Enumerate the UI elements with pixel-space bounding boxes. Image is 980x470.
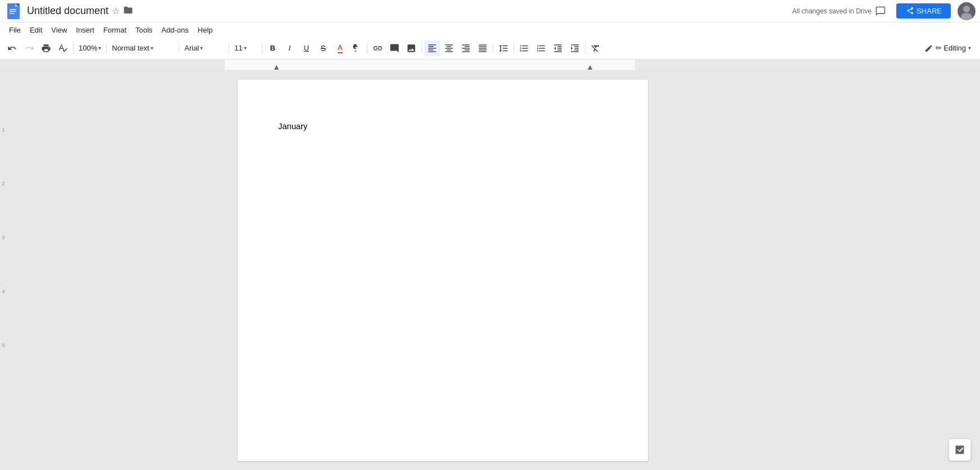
unordered-list-button[interactable] [533, 40, 549, 56]
sep3 [179, 43, 179, 54]
star-icon[interactable]: ☆ [112, 6, 120, 16]
increase-indent-button[interactable] [567, 40, 583, 56]
style-label: Normal text [112, 44, 149, 52]
svg-text:5: 5 [2, 343, 4, 348]
svg-rect-5 [10, 13, 14, 14]
menu-insert[interactable]: Insert [71, 24, 99, 36]
header-right: SHARE [872, 2, 976, 20]
share-button[interactable]: SHARE [896, 3, 951, 19]
page: January [238, 80, 648, 461]
menu-help[interactable]: Help [193, 24, 217, 36]
link-button[interactable] [370, 40, 385, 56]
sep5 [262, 43, 262, 54]
comments-icon-btn[interactable] [872, 2, 890, 20]
svg-point-7 [961, 13, 972, 20]
doc-title[interactable]: Untitled document [27, 5, 108, 17]
text-color-icon: A [338, 43, 343, 53]
main-area: 1 2 3 4 5 January [0, 71, 980, 470]
decrease-indent-button[interactable] [550, 40, 566, 56]
sep9 [514, 43, 514, 54]
strikethrough-button[interactable]: S [315, 40, 331, 56]
align-left-button[interactable] [424, 40, 440, 56]
right-area [879, 71, 980, 470]
comment-button[interactable] [387, 40, 402, 56]
sep10 [585, 43, 586, 54]
bold-button[interactable]: B [265, 40, 280, 56]
bottom-right-button[interactable] [949, 439, 971, 461]
app-logo [4, 2, 22, 20]
sep8 [493, 43, 493, 54]
menu-view[interactable]: View [47, 24, 71, 36]
sep1 [73, 43, 74, 54]
svg-rect-9 [635, 60, 980, 71]
style-select[interactable]: Normal text ▾ [109, 40, 176, 56]
undo-button[interactable] [4, 40, 20, 56]
ordered-list-button[interactable] [516, 40, 532, 56]
font-chevron: ▾ [200, 45, 203, 51]
avatar[interactable] [958, 2, 976, 20]
clear-format-button[interactable] [588, 40, 604, 56]
share-btn-label: SHARE [917, 7, 942, 15]
sep7 [421, 43, 422, 54]
menu-addons[interactable]: Add-ons [157, 24, 193, 36]
editing-mode-label: ✏ Editing [936, 44, 966, 52]
menu-format[interactable]: Format [99, 24, 131, 36]
doc-area: January [7, 71, 879, 470]
page-content[interactable]: January [278, 120, 607, 133]
sep4 [229, 43, 229, 54]
svg-rect-3 [10, 9, 16, 10]
zoom-label: 100% [79, 44, 97, 52]
ruler: // We'll just place simple ticks [0, 60, 980, 71]
menu-bar: File Edit View Insert Format Tools Add-o… [0, 22, 980, 37]
image-button[interactable] [403, 40, 419, 56]
menu-file[interactable]: File [4, 24, 25, 36]
print-button[interactable] [38, 40, 54, 56]
text-color-button[interactable]: A [332, 40, 348, 56]
svg-rect-10 [225, 60, 635, 71]
style-chevron: ▾ [151, 45, 153, 51]
svg-text:4: 4 [2, 289, 4, 294]
svg-rect-8 [0, 60, 225, 71]
size-select[interactable]: 11 ▾ [232, 40, 260, 56]
size-label: 11 [234, 44, 242, 52]
font-select[interactable]: Arial ▾ [182, 40, 226, 56]
redo-button[interactable] [21, 40, 37, 56]
doc-title-area: Untitled document ☆ [27, 5, 783, 17]
size-chevron: ▾ [244, 45, 247, 51]
spellcheck-button[interactable] [55, 40, 71, 56]
doc-title-row: Untitled document ☆ [27, 5, 783, 17]
editing-mode[interactable]: ✏ Editing ▾ [920, 40, 976, 56]
zoom-select[interactable]: 100% ▾ [76, 40, 104, 56]
highlight-button[interactable] [349, 40, 365, 56]
title-bar: Untitled document ☆ All changes saved in… [0, 0, 980, 22]
font-label: Arial [184, 44, 199, 52]
svg-point-6 [963, 6, 970, 12]
folder-icon[interactable] [123, 5, 133, 17]
left-ruler: 1 2 3 4 5 [0, 71, 7, 470]
italic-button[interactable]: I [282, 40, 297, 56]
sep6 [367, 43, 368, 54]
align-justify-button[interactable] [475, 40, 491, 56]
toolbar: 100% ▾ Normal text ▾ Arial ▾ 11 ▾ B I U … [0, 37, 980, 60]
line-spacing-button[interactable] [496, 40, 511, 56]
sep2 [106, 43, 107, 54]
svg-text:2: 2 [2, 181, 4, 186]
svg-rect-4 [10, 11, 16, 12]
align-center-button[interactable] [441, 40, 457, 56]
editing-chevron: ▾ [968, 45, 971, 51]
save-status: All changes saved in Drive [792, 7, 872, 15]
menu-edit[interactable]: Edit [25, 24, 47, 36]
svg-text:1: 1 [2, 127, 4, 133]
underline-button[interactable]: U [298, 40, 314, 56]
svg-text:3: 3 [2, 235, 4, 240]
align-right-button[interactable] [458, 40, 474, 56]
zoom-chevron: ▾ [98, 45, 101, 51]
menu-tools[interactable]: Tools [131, 24, 157, 36]
